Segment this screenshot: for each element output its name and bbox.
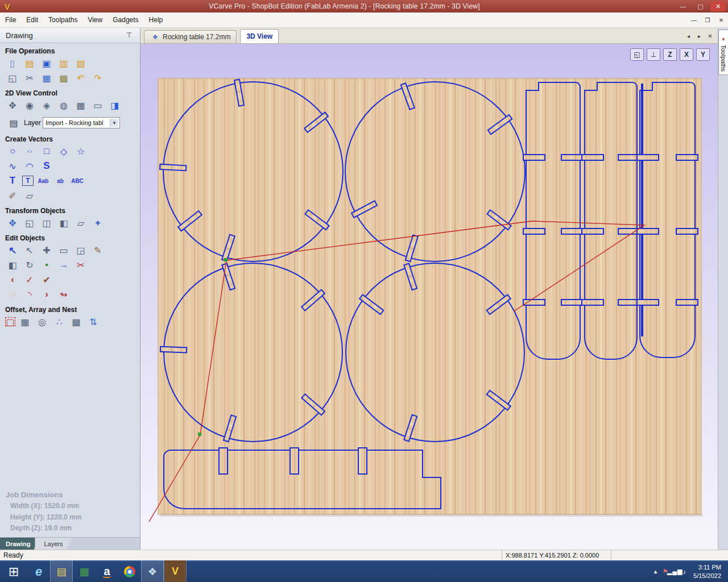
- create-fillet-icon[interactable]: ◌: [5, 288, 20, 301]
- menu-help[interactable]: Help: [144, 14, 168, 26]
- layer-select[interactable]: Import - Rocking tabl ▾: [43, 117, 120, 128]
- convert-text-to-curves-icon[interactable]: ABC: [70, 174, 85, 188]
- pan-view-icon[interactable]: ✥: [5, 98, 20, 112]
- text-on-curve-icon[interactable]: ab: [53, 174, 68, 188]
- tab-close-icon[interactable]: ✕: [706, 32, 714, 40]
- join-vectors-icon[interactable]: ‹: [5, 273, 20, 286]
- close-vector-icon[interactable]: ✓: [22, 273, 37, 286]
- center-in-material-icon[interactable]: ◫: [39, 216, 54, 230]
- dropdown-arrow-icon[interactable]: ▾: [110, 119, 118, 127]
- array-copy-icon[interactable]: ▦: [18, 315, 32, 329]
- menu-edit[interactable]: Edit: [21, 14, 43, 26]
- tray-volume-icon[interactable]: ♪: [680, 563, 689, 580]
- direction-arrow-icon[interactable]: →: [56, 258, 71, 272]
- tab-scroll-left-icon[interactable]: ◂: [684, 32, 693, 40]
- vcarve-app-icon[interactable]: V: [164, 560, 187, 582]
- nest-parts-icon[interactable]: ▩: [69, 315, 84, 329]
- switch-2d-3d-icon[interactable]: ◨: [107, 98, 122, 112]
- new-file-icon[interactable]: ▯: [5, 56, 20, 70]
- draw-polyline-icon[interactable]: ∿: [5, 159, 20, 173]
- zoom-sheet-icon[interactable]: ▭: [90, 98, 105, 112]
- undo-icon[interactable]: ↶: [73, 71, 88, 85]
- cut-object-icon[interactable]: ✂: [73, 258, 88, 272]
- amazon-app-icon[interactable]: a: [96, 560, 118, 582]
- select-tool-icon[interactable]: ↖: [5, 243, 20, 257]
- panel-tab-drawing[interactable]: Drawing: [0, 538, 39, 550]
- view-plane-y-icon[interactable]: Y: [696, 48, 710, 61]
- rotate-objects-icon[interactable]: ↻: [22, 258, 37, 272]
- view-plane-z-icon[interactable]: Z: [663, 48, 677, 61]
- zoom-extents-icon[interactable]: ▦: [73, 98, 88, 112]
- chrome-icon[interactable]: [118, 560, 141, 582]
- draw-ellipse-icon[interactable]: ○: [22, 147, 37, 155]
- draw-curve-icon[interactable]: S: [39, 159, 54, 173]
- open-recent-folder-icon[interactable]: ▥: [56, 56, 71, 70]
- office-app-icon[interactable]: ▦: [73, 560, 96, 582]
- redo-icon[interactable]: ↷: [90, 71, 105, 85]
- distort-object-icon[interactable]: ▱: [73, 216, 88, 230]
- save-file-icon[interactable]: ▣: [39, 56, 54, 70]
- clock[interactable]: 3:11 PM 5/15/2022: [693, 563, 721, 580]
- import-vectors-icon[interactable]: ▧: [73, 56, 88, 70]
- toolpaths-tab[interactable]: ▼ Toolpaths: [718, 30, 728, 75]
- panel-tab-layers[interactable]: Layers: [35, 538, 72, 550]
- draw-text-box-icon[interactable]: T: [22, 176, 34, 186]
- zoom-box-icon[interactable]: ◈: [39, 98, 54, 112]
- text-auto-size-icon[interactable]: Aab: [36, 174, 51, 188]
- trim-vectors-icon[interactable]: ▱: [22, 189, 37, 202]
- close-button-icon[interactable]: ✕: [710, 1, 726, 11]
- curve-flow-icon[interactable]: ↬: [56, 288, 71, 301]
- circular-copy-icon[interactable]: ◎: [35, 315, 49, 329]
- menu-file[interactable]: File: [0, 14, 21, 26]
- draw-text-icon[interactable]: T: [5, 174, 20, 188]
- zoom-interactive-icon[interactable]: ◉: [22, 98, 37, 112]
- draw-rectangle-icon[interactable]: □: [39, 144, 54, 158]
- open-file-icon[interactable]: ▤: [22, 56, 37, 70]
- tab-rocking-table[interactable]: ❖ Rocking table 17.2mm: [144, 30, 237, 43]
- mdi-minimize-button-icon[interactable]: —: [688, 15, 700, 24]
- file-explorer-icon[interactable]: ▤: [50, 560, 73, 582]
- extend-vector-icon[interactable]: ›: [39, 288, 54, 301]
- draw-star-icon[interactable]: ☆: [73, 144, 88, 158]
- maximize-button-icon[interactable]: ▢: [693, 1, 708, 11]
- edit-pencil-icon[interactable]: ✎: [90, 243, 105, 257]
- node-edit-tool-icon[interactable]: ↖: [22, 243, 37, 257]
- menu-toolpaths[interactable]: Toolpaths: [43, 14, 82, 26]
- job-setup-icon[interactable]: ◱: [5, 71, 20, 85]
- fill-region-icon[interactable]: ▪: [39, 258, 54, 272]
- start-button-icon[interactable]: ⊞: [0, 560, 27, 582]
- move-selection-icon[interactable]: ✥: [5, 216, 20, 230]
- fit-curves-icon[interactable]: ✔: [39, 273, 54, 286]
- cad-app-icon[interactable]: ❖: [141, 560, 164, 582]
- copy-along-vectors-icon[interactable]: ∴: [52, 315, 67, 329]
- view-zoom-extents-icon[interactable]: ◱: [630, 48, 644, 61]
- view-iso-icon[interactable]: ⊥: [647, 48, 660, 61]
- pin-icon[interactable]: ⊤: [124, 30, 134, 40]
- draw-circle-icon[interactable]: ○: [5, 144, 20, 158]
- group-objects-icon[interactable]: ◧: [5, 258, 20, 272]
- zoom-selected-icon[interactable]: ◍: [56, 98, 71, 112]
- draw-arc-icon[interactable]: ◠: [22, 159, 37, 173]
- measure-tool-icon[interactable]: ▭: [56, 243, 71, 257]
- 3d-view-canvas[interactable]: [140, 44, 718, 550]
- paste-icon[interactable]: ▩: [56, 71, 71, 85]
- mdi-close-button-icon[interactable]: ✕: [715, 15, 727, 24]
- minimize-button-icon[interactable]: —: [675, 1, 690, 11]
- mdi-restore-button-icon[interactable]: ❐: [702, 15, 713, 24]
- menu-gadgets[interactable]: Gadgets: [107, 14, 143, 26]
- vector-paint-icon[interactable]: ✐: [5, 189, 20, 202]
- tab-scroll-right-icon[interactable]: ▸: [695, 32, 704, 40]
- arc-edit-icon[interactable]: ◝: [22, 288, 37, 301]
- tray-expand-icon[interactable]: ▴: [651, 563, 660, 580]
- align-objects-icon[interactable]: ✦: [90, 216, 105, 230]
- menu-view[interactable]: View: [82, 14, 107, 26]
- internet-explorer-icon[interactable]: e: [27, 560, 50, 582]
- view-plane-x-icon[interactable]: X: [680, 48, 693, 61]
- cut-icon[interactable]: ✂: [22, 71, 37, 85]
- z-order-sort-icon[interactable]: ⇅: [86, 315, 101, 329]
- copy-icon[interactable]: ▦: [39, 71, 54, 85]
- set-size-icon[interactable]: ◱: [22, 216, 37, 230]
- tray-network-icon[interactable]: ▂▄▆: [670, 563, 680, 580]
- draw-polygon-icon[interactable]: ◇: [56, 144, 71, 158]
- tab-3d-view[interactable]: 3D View: [240, 29, 279, 43]
